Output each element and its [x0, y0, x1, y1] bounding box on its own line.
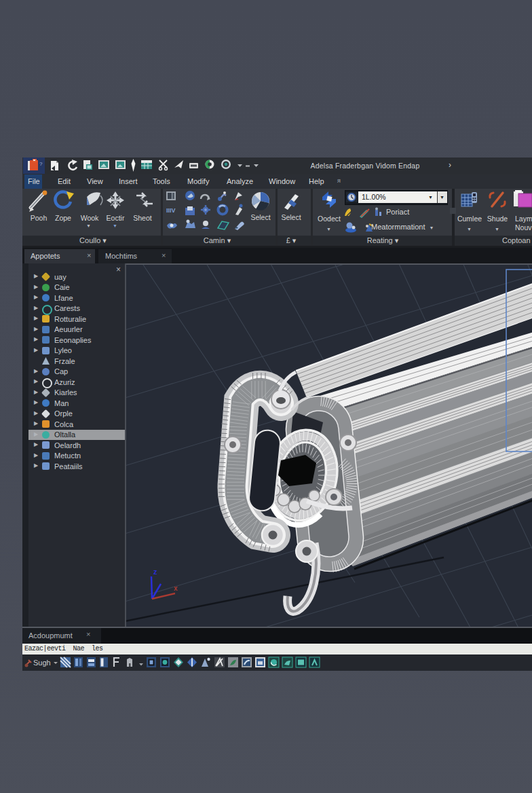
svg-text:IIIV: IIIV [166, 207, 176, 214]
svg-text:x: x [174, 585, 178, 592]
svg-text:Sugh: Sugh [33, 659, 51, 667]
svg-text:z: z [153, 568, 157, 576]
